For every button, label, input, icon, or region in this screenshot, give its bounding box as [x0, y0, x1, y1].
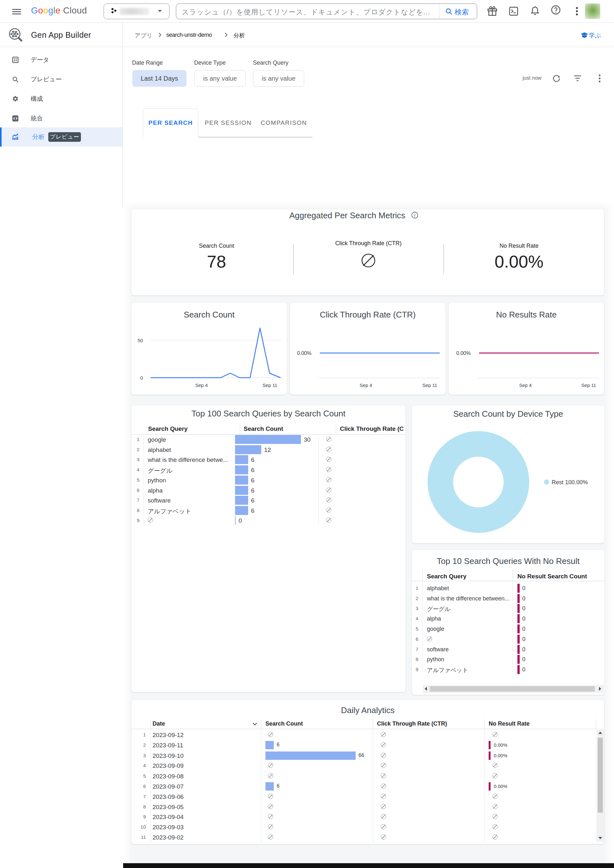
svg-text:Sep 4: Sep 4	[519, 383, 532, 388]
svg-text:Sep 4: Sep 4	[195, 383, 208, 388]
svg-text:Sep 11: Sep 11	[262, 383, 277, 388]
svg-text:0: 0	[140, 375, 143, 381]
svg-text:50: 50	[138, 338, 143, 343]
svg-text:Sep 11: Sep 11	[581, 383, 596, 388]
svg-text:Sep 4: Sep 4	[360, 383, 372, 388]
svg-text:0.00%: 0.00%	[297, 350, 312, 356]
svg-text:0.00%: 0.00%	[456, 350, 471, 356]
svg-text:Sep 11: Sep 11	[422, 383, 437, 388]
